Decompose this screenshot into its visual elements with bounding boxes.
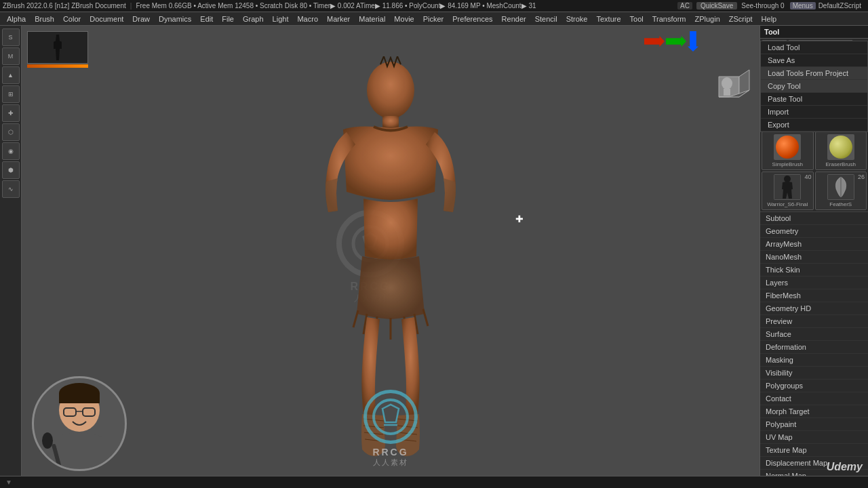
tool-item-feather-label: FeatherS — [818, 201, 865, 207]
menu-item-macro[interactable]: Macro — [293, 14, 322, 24]
menu-item-light[interactable]: Light — [269, 14, 293, 24]
left-tool-4[interactable]: ⊞ — [2, 85, 20, 103]
menu-item-render[interactable]: Render — [498, 14, 530, 24]
svg-point-6 — [367, 62, 414, 119]
z-axis-arrow — [688, 31, 698, 52]
tool-item-feather[interactable]: 26 FeatherS — [815, 171, 867, 210]
defaultzscript-btn[interactable]: DefaultZScript — [818, 2, 861, 9]
bottom-watermark: RRCG 人人素材 — [363, 390, 418, 468]
bottom-bar-text: ▼ — [5, 479, 12, 486]
status-info: Free Mem 0.66GB • Active Mem 12458 • Scr… — [136, 2, 536, 9]
left-tool-3[interactable]: ▲ — [2, 66, 20, 84]
tool-menu-geometry-hd[interactable]: Geometry HD — [760, 302, 868, 315]
dropdown-load-tool[interactable]: Load Tool — [761, 41, 867, 54]
menu-item-marker[interactable]: Marker — [323, 14, 354, 24]
menu-item-zscript[interactable]: ZScript — [725, 14, 757, 24]
main-layout: S M ▲ ⊞ ✚ ⬡ ◉ ⬢ ∿ — [0, 26, 868, 488]
svg-rect-7 — [382, 116, 399, 128]
menu-item-picker[interactable]: Picker — [419, 14, 448, 24]
tool-menu-texture-map[interactable]: Texture Map — [760, 444, 868, 457]
tool-dropdown: Load Tool Save As Load Tools From Projec… — [760, 41, 868, 132]
menu-item-transform[interactable]: Transform — [648, 14, 690, 24]
warrior2-badge: 40 — [804, 174, 811, 180]
menu-item-graph[interactable]: Graph — [239, 14, 268, 24]
menu-item-alpha[interactable]: Alpha — [3, 14, 30, 24]
tool-menu-layers[interactable]: Layers — [760, 277, 868, 289]
left-tool-2[interactable]: M — [2, 47, 20, 65]
tool-item-warrior2[interactable]: 40 Warrior_S6-Final — [762, 171, 814, 210]
tool-menu-morph-target[interactable]: Morph Target — [760, 405, 868, 418]
tool-menu-uv-map[interactable]: UV Map — [760, 431, 868, 444]
menu-items: AlphaBrushColorDocumentDrawDynamicsEditF… — [3, 14, 865, 24]
tool-menu-visibility[interactable]: Visibility — [760, 367, 868, 380]
dropdown-paste-tool[interactable]: Paste Tool — [761, 93, 867, 106]
tool-menu-polygroups[interactable]: Polygroups — [760, 380, 868, 392]
udemy-logo: Udemy — [760, 458, 868, 476]
perspective-cube[interactable] — [705, 66, 753, 114]
tool-item-simple-label: SimpleBrush — [764, 161, 811, 167]
tool-menu-list: SubtoolGeometryArrayMeshNanoMeshThick Sk… — [760, 212, 868, 488]
webcam-overlay — [32, 376, 127, 471]
tool-menu-nanomesh[interactable]: NanoMesh — [760, 251, 868, 264]
tool-thumb-feather — [827, 174, 854, 200]
left-tool-1[interactable]: S — [2, 28, 20, 46]
menu-item-tool[interactable]: Tool — [626, 14, 648, 24]
tool-menu-subtool[interactable]: Subtool — [760, 212, 868, 225]
menu-item-texture[interactable]: Texture — [592, 14, 625, 24]
menu-item-color[interactable]: Color — [59, 14, 85, 24]
menu-item-help[interactable]: Help — [757, 14, 781, 24]
dropdown-save-as[interactable]: Save As — [761, 54, 867, 67]
x-axis-arrow — [644, 36, 665, 47]
dropdown-copy-tool[interactable]: Copy Tool — [761, 80, 867, 93]
left-tool-8[interactable]: ⬢ — [2, 161, 20, 179]
tool-menu-thick-skin[interactable]: Thick Skin — [760, 264, 868, 277]
tool-menu-fibermesh[interactable]: FiberMesh — [760, 289, 868, 302]
menu-item-dynamics[interactable]: Dynamics — [155, 14, 195, 24]
tool-thumb-simple — [774, 134, 801, 160]
menu-item-material[interactable]: Material — [355, 14, 389, 24]
menu-item-movie[interactable]: Movie — [390, 14, 418, 24]
left-tool-5[interactable]: ✚ — [2, 104, 20, 122]
quicksave-btn[interactable]: QuickSave — [696, 2, 737, 9]
tool-menu-masking[interactable]: Masking — [760, 354, 868, 367]
dropdown-export[interactable]: Export — [761, 119, 867, 131]
cross-cursor: ✚ — [515, 214, 526, 224]
left-panel: S M ▲ ⊞ ✚ ⬡ ◉ ⬢ ∿ — [0, 26, 22, 488]
left-tool-6[interactable]: ⬡ — [2, 123, 20, 141]
tool-menu-surface[interactable]: Surface — [760, 328, 868, 341]
svg-rect-4 — [724, 89, 730, 96]
tool-item-eraser[interactable]: EraserBrush — [815, 131, 867, 170]
tool-menu-preview[interactable]: Preview — [760, 315, 868, 328]
left-tool-9[interactable]: ∿ — [2, 180, 20, 198]
menu-item-document[interactable]: Document — [85, 14, 127, 24]
tool-panel-header: Tool — [760, 26, 868, 39]
tool-menu-polypaint[interactable]: Polypaint — [760, 418, 868, 431]
tool-item-warrior2-label: Warrior_S6-Final — [764, 201, 811, 207]
status-bar: ZBrush 2022.0.6 [n1z] ZBrush Document | … — [0, 0, 868, 12]
tool-menu-arraymesh[interactable]: ArrayMesh — [760, 238, 868, 251]
tool-thumb-eraser — [827, 134, 854, 160]
menu-item-edit[interactable]: Edit — [196, 14, 217, 24]
seethrough-btn[interactable]: See-through 0 — [741, 2, 784, 9]
menus-btn[interactable]: Menus — [790, 2, 816, 9]
canvas-area[interactable]: RRCG 人人素材 — [22, 26, 760, 488]
simple-visual — [776, 136, 799, 159]
thumbnail — [27, 31, 88, 64]
tool-item-simple[interactable]: SimpleBrush — [762, 131, 814, 170]
menu-item-stencil[interactable]: Stencil — [531, 14, 561, 24]
dropdown-load-tools-project[interactable]: Load Tools From Project — [761, 67, 867, 80]
tool-item-eraser-label: EraserBrush — [818, 161, 865, 167]
tool-menu-deformation[interactable]: Deformation — [760, 341, 868, 354]
menu-item-file[interactable]: File — [218, 14, 238, 24]
menu-item-brush[interactable]: Brush — [31, 14, 58, 24]
menu-item-draw[interactable]: Draw — [128, 14, 154, 24]
left-tool-7[interactable]: ◉ — [2, 142, 20, 160]
thumbnail-figure — [51, 35, 64, 60]
tool-menu-contact[interactable]: Contact — [760, 392, 868, 405]
menu-item-stroke[interactable]: Stroke — [562, 14, 592, 24]
menu-item-zplugin[interactable]: ZPlugin — [690, 14, 724, 24]
menu-item-preferences[interactable]: Preferences — [448, 14, 496, 24]
udemy-text: Udemy — [827, 461, 863, 472]
dropdown-import[interactable]: Import — [761, 106, 867, 119]
tool-menu-geometry[interactable]: Geometry — [760, 225, 868, 238]
